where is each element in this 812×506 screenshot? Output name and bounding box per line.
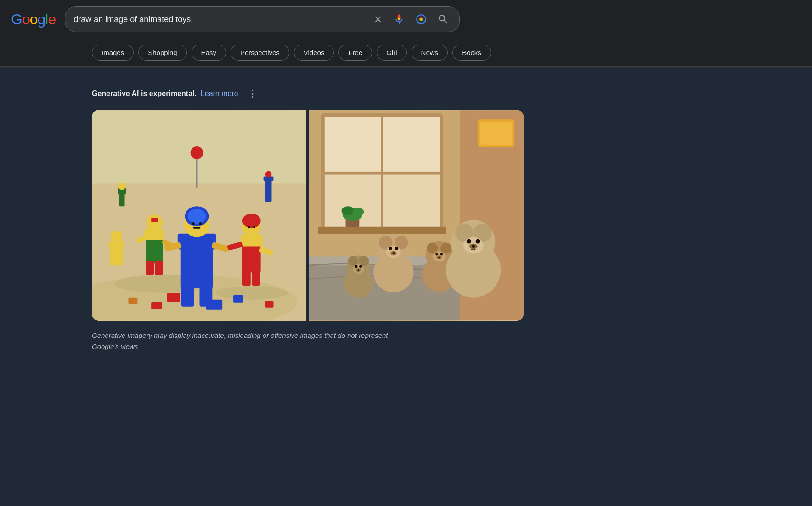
ai-banner-text: Generative AI is experimental. Learn mor… xyxy=(92,90,238,98)
filter-bar: Images Shopping Easy Perspectives Videos… xyxy=(0,39,812,67)
svg-rect-33 xyxy=(242,245,261,273)
google-logo: Google xyxy=(11,11,56,28)
svg-point-76 xyxy=(435,253,438,255)
svg-point-25 xyxy=(188,209,206,224)
svg-rect-47 xyxy=(265,301,274,308)
svg-point-6 xyxy=(215,286,288,300)
filter-pill-news[interactable]: News xyxy=(412,45,448,61)
search-icon xyxy=(437,13,449,25)
svg-point-37 xyxy=(248,226,250,228)
lego-image-cell[interactable] xyxy=(92,110,306,321)
svg-point-38 xyxy=(253,226,255,228)
svg-rect-42 xyxy=(252,271,260,286)
svg-rect-13 xyxy=(146,238,163,264)
close-icon xyxy=(373,14,383,24)
search-icons xyxy=(371,11,451,27)
search-button[interactable] xyxy=(435,11,451,27)
svg-point-94 xyxy=(467,239,471,244)
logo-letter-g: G xyxy=(11,11,22,28)
svg-point-100 xyxy=(348,256,358,266)
svg-rect-10 xyxy=(265,179,272,202)
svg-point-12 xyxy=(265,171,272,178)
filter-pill-perspectives[interactable]: Perspectives xyxy=(231,45,289,61)
lego-image xyxy=(92,110,306,321)
svg-point-85 xyxy=(389,247,392,250)
svg-rect-48 xyxy=(128,298,137,304)
svg-point-36 xyxy=(242,214,261,228)
teddy-image xyxy=(309,110,524,321)
teddy-scene-svg xyxy=(309,110,524,321)
svg-rect-28 xyxy=(193,227,201,229)
svg-point-101 xyxy=(359,256,369,266)
disclaimer: Generative imagery may display inaccurat… xyxy=(92,330,413,352)
visual-search-button[interactable] xyxy=(413,11,429,27)
mic-icon xyxy=(393,13,405,25)
svg-rect-21 xyxy=(181,247,213,288)
svg-point-1 xyxy=(420,18,422,20)
svg-point-86 xyxy=(395,247,398,250)
lens-icon xyxy=(415,13,427,25)
svg-point-106 xyxy=(357,269,359,271)
lego-scene-svg xyxy=(92,110,306,321)
svg-point-88 xyxy=(392,252,395,254)
svg-rect-20 xyxy=(155,261,163,275)
svg-point-15 xyxy=(146,214,163,231)
disclaimer-line1: Generative imagery may display inaccurat… xyxy=(92,332,388,339)
filter-pill-videos[interactable]: Videos xyxy=(294,45,334,61)
svg-point-26 xyxy=(192,222,195,225)
ai-banner: Generative AI is experimental. Learn mor… xyxy=(92,87,551,101)
svg-point-51 xyxy=(111,231,123,242)
disclaimer-line2: Google's views xyxy=(92,343,138,350)
svg-point-77 xyxy=(440,253,443,255)
filter-pill-books[interactable]: Books xyxy=(452,45,491,61)
logo-letter-e: e xyxy=(48,11,56,28)
voice-search-button[interactable] xyxy=(391,11,407,27)
image-grid xyxy=(92,110,524,321)
svg-rect-43 xyxy=(167,293,180,302)
svg-rect-46 xyxy=(151,302,162,309)
svg-point-97 xyxy=(472,245,475,248)
svg-point-27 xyxy=(199,222,202,225)
main-content: Generative AI is experimental. Learn mor… xyxy=(0,68,643,371)
logo-letter-o2: o xyxy=(30,11,38,28)
svg-rect-7 xyxy=(119,192,125,206)
svg-rect-61 xyxy=(318,227,446,234)
filter-pill-free[interactable]: Free xyxy=(338,45,372,61)
ai-banner-bold: Generative AI is experimental. xyxy=(92,90,197,97)
search-input[interactable]: draw an image of animated toys xyxy=(73,15,366,24)
svg-rect-70 xyxy=(480,122,513,145)
svg-point-65 xyxy=(353,208,364,216)
svg-rect-44 xyxy=(206,300,222,310)
clear-search-button[interactable] xyxy=(371,12,385,26)
svg-point-79 xyxy=(438,256,440,258)
more-options-button[interactable]: ⋮ xyxy=(244,87,261,101)
filter-pill-easy[interactable]: Easy xyxy=(192,45,226,61)
svg-rect-19 xyxy=(146,261,154,275)
logo-letter-g2: g xyxy=(37,11,45,28)
svg-point-9 xyxy=(118,182,126,190)
logo-letter-o1: o xyxy=(22,11,30,28)
svg-rect-16 xyxy=(151,218,158,222)
learn-more-link[interactable]: Learn more xyxy=(201,90,238,97)
header: Google draw an image of animated toys xyxy=(0,0,812,39)
search-bar[interactable]: draw an image of animated toys xyxy=(65,6,460,32)
svg-rect-45 xyxy=(233,295,243,303)
filter-pill-girl[interactable]: Girl xyxy=(377,45,406,61)
svg-rect-31 xyxy=(181,286,194,307)
teddy-image-cell[interactable] xyxy=(309,110,524,321)
svg-point-103 xyxy=(355,265,357,268)
svg-point-95 xyxy=(476,239,480,244)
svg-rect-49 xyxy=(110,247,123,266)
svg-point-64 xyxy=(342,206,355,215)
filter-pill-shopping[interactable]: Shopping xyxy=(138,45,186,61)
svg-point-53 xyxy=(191,146,203,159)
svg-point-104 xyxy=(359,265,362,268)
svg-rect-41 xyxy=(242,271,251,286)
filter-pill-images[interactable]: Images xyxy=(92,45,134,61)
